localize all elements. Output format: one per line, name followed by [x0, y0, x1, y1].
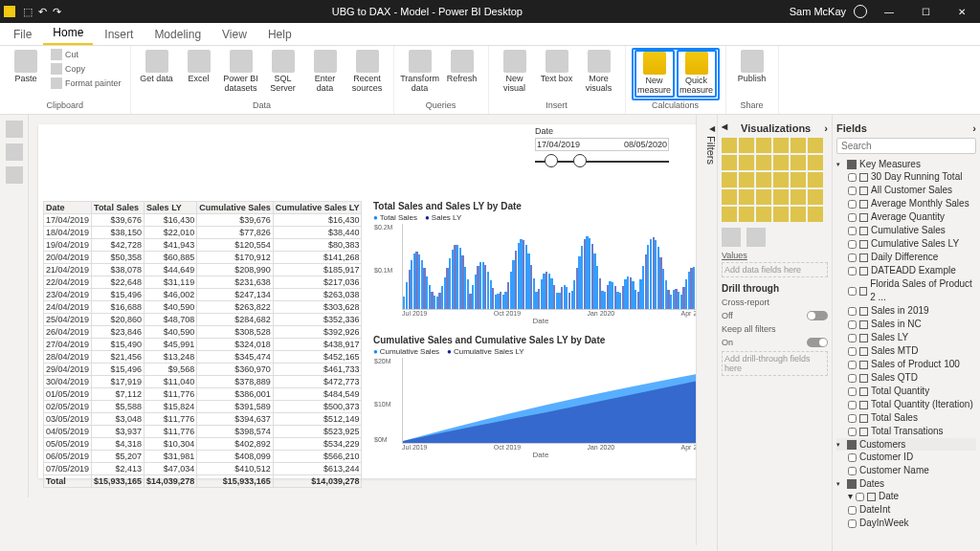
viz-type-icon[interactable] [808, 189, 823, 205]
tab-insert[interactable]: Insert [95, 24, 143, 45]
matrix-visual[interactable]: DateTotal SalesSales LYCumulative SalesC… [43, 201, 359, 488]
field-item[interactable]: Total Sales [836, 411, 976, 425]
field-item[interactable]: Florida Sales of Product 2 ... [836, 277, 976, 304]
copy-button[interactable]: Copy [48, 62, 124, 76]
close-button[interactable]: ✕ [947, 7, 976, 17]
field-item[interactable]: 30 Day Running Total [836, 170, 976, 184]
field-item[interactable]: Total Quantity [836, 385, 976, 398]
field-item[interactable]: Sales in NC [836, 318, 976, 331]
table-row[interactable]: 19/04/2019$42,728$41,943$120,554$80,383 [44, 239, 362, 252]
tab-home[interactable]: Home [43, 22, 93, 45]
drillthrough-dropzone[interactable]: Add drill-through fields here [722, 351, 828, 376]
redo-icon[interactable]: ↷ [53, 6, 61, 18]
field-item[interactable]: Cumulative Sales [836, 224, 976, 237]
viz-type-icon[interactable] [773, 155, 789, 170]
viz-type-icon[interactable] [791, 189, 806, 205]
field-item[interactable]: Sales in 2019 [836, 304, 976, 318]
cut-button[interactable]: Cut [48, 48, 124, 61]
slider-handle-start[interactable] [545, 154, 558, 167]
viz-type-icon[interactable] [722, 155, 737, 170]
chart-total-sales[interactable]: Total Sales and Sales LY by Date Total S… [373, 201, 708, 325]
viz-type-icon[interactable] [791, 155, 806, 170]
maximize-button[interactable]: ☐ [911, 7, 940, 17]
cross-report-toggle[interactable] [807, 311, 828, 320]
viz-type-icon[interactable] [722, 138, 737, 153]
user-name[interactable]: Sam McKay [790, 6, 846, 17]
field-item[interactable]: All Customer Sales [836, 184, 976, 197]
values-dropzone[interactable]: Add data fields here [722, 262, 828, 277]
field-item[interactable]: Total Transations [836, 425, 976, 438]
more-visuals-button[interactable]: More visuals [579, 48, 619, 96]
table-row[interactable]: 06/05/2019$5,207$31,981$408,099$566,210 [44, 451, 362, 463]
viz-type-icon[interactable] [808, 138, 823, 153]
field-date[interactable]: ▾Date [836, 490, 976, 503]
user-avatar-icon[interactable] [854, 5, 867, 18]
viz-type-icon[interactable] [773, 138, 789, 153]
table-row[interactable]: 29/04/2019$15,496$9,568$360,970$461,733 [44, 364, 362, 376]
tab-file[interactable]: File [4, 24, 41, 45]
slider-track[interactable] [535, 161, 669, 163]
table-row[interactable]: 02/05/2019$5,588$15,824$391,589$500,373 [44, 401, 362, 413]
format-tab-icon[interactable] [746, 228, 766, 247]
get-data-button[interactable]: Get data [137, 48, 177, 86]
viz-type-icon[interactable] [756, 189, 771, 205]
table-row[interactable]: 30/04/2019$17,919$11,040$378,889$472,773 [44, 376, 362, 388]
viz-type-icon[interactable] [808, 207, 823, 222]
fields-search-input[interactable] [836, 138, 976, 154]
excel-button[interactable]: Excel [179, 48, 219, 86]
viz-type-icon[interactable] [722, 172, 737, 187]
format-painter-button[interactable]: Format painter [48, 77, 124, 90]
viz-type-icon[interactable] [739, 155, 754, 170]
viz-type-icon[interactable] [791, 207, 806, 222]
recent-sources-button[interactable]: Recent sources [347, 48, 388, 96]
viz-type-icon[interactable] [739, 189, 754, 205]
sql-server-button[interactable]: SQL Server [263, 48, 303, 96]
viz-type-icon[interactable] [756, 207, 771, 222]
table-row[interactable]: 27/04/2019$15,490$45,991$324,018$438,917 [44, 339, 362, 351]
report-canvas[interactable]: Date 17/04/201908/05/2020 DateTotal Sale… [29, 115, 717, 551]
report-view-icon[interactable] [6, 121, 23, 138]
viz-type-icon[interactable] [791, 172, 806, 187]
viz-type-icon[interactable] [722, 189, 737, 205]
table-row[interactable]: 22/04/2019$22,648$31,119$231,638$217,036 [44, 276, 362, 289]
quick-measure-button[interactable]: Quick measure [677, 50, 717, 98]
new-visual-button[interactable]: New visual [495, 48, 535, 96]
field-item[interactable]: Daily Difference [836, 251, 976, 264]
viz-type-icon[interactable] [739, 207, 754, 222]
data-view-icon[interactable] [6, 143, 23, 161]
field-item[interactable]: Sales QTD [836, 371, 976, 385]
transform-data-button[interactable]: Transform data [400, 48, 440, 96]
minimize-button[interactable]: — [875, 7, 903, 17]
table-row[interactable]: 04/05/2019$3,937$11,776$398,574$523,925 [44, 426, 362, 438]
viz-type-icon[interactable] [773, 172, 789, 187]
table-row[interactable]: 21/04/2019$38,078$44,649$208,990$185,917 [44, 264, 362, 276]
table-row[interactable]: 05/05/2019$4,318$10,304$402,892$534,229 [44, 438, 362, 451]
fields-tab-icon[interactable] [722, 228, 741, 247]
field-item[interactable]: Sales LY [836, 331, 976, 344]
table-row[interactable]: 25/04/2019$20,860$48,708$284,682$352,336 [44, 314, 362, 326]
field-item[interactable]: Customer ID [836, 451, 976, 464]
keep-filters-toggle[interactable] [807, 338, 828, 347]
table-row[interactable]: 24/04/2019$16,688$40,590$263,822$303,628 [44, 301, 362, 314]
table-row[interactable]: 07/05/2019$2,413$47,034$410,512$613,244 [44, 463, 362, 475]
paste-button[interactable]: Paste [6, 48, 46, 86]
table-row[interactable]: 26/04/2019$23,846$40,590$308,528$392,926 [44, 326, 362, 339]
model-view-icon[interactable] [6, 166, 23, 184]
chart-cumulative-sales[interactable]: Cumulative Sales and Cumulative Sales LY… [373, 335, 708, 469]
field-item[interactable]: DayInWeek [836, 517, 976, 530]
viz-type-icon[interactable] [791, 138, 806, 153]
table-row[interactable]: 18/04/2019$38,150$22,010$77,826$38,440 [44, 227, 362, 239]
field-item[interactable]: Total Quantity (Iteration) [836, 398, 976, 411]
field-item[interactable]: Sales MTD [836, 344, 976, 358]
refresh-button[interactable]: Refresh [442, 48, 482, 86]
viz-type-icon[interactable] [739, 172, 754, 187]
table-row[interactable]: 20/04/2019$50,358$60,885$170,912$141,268 [44, 252, 362, 264]
viz-type-icon[interactable] [773, 207, 789, 222]
field-item[interactable]: Cumulative Sales LY [836, 237, 976, 251]
viz-type-icon[interactable] [756, 138, 771, 153]
table-dates[interactable]: ▾Dates [836, 477, 976, 490]
field-item[interactable]: Sales of Product 100 [836, 358, 976, 371]
save-icon[interactable]: ⬚ [23, 6, 33, 18]
table-key-measures[interactable]: ▾Key Measures [836, 158, 976, 170]
date-slicer[interactable]: Date 17/04/201908/05/2020 [535, 126, 669, 163]
